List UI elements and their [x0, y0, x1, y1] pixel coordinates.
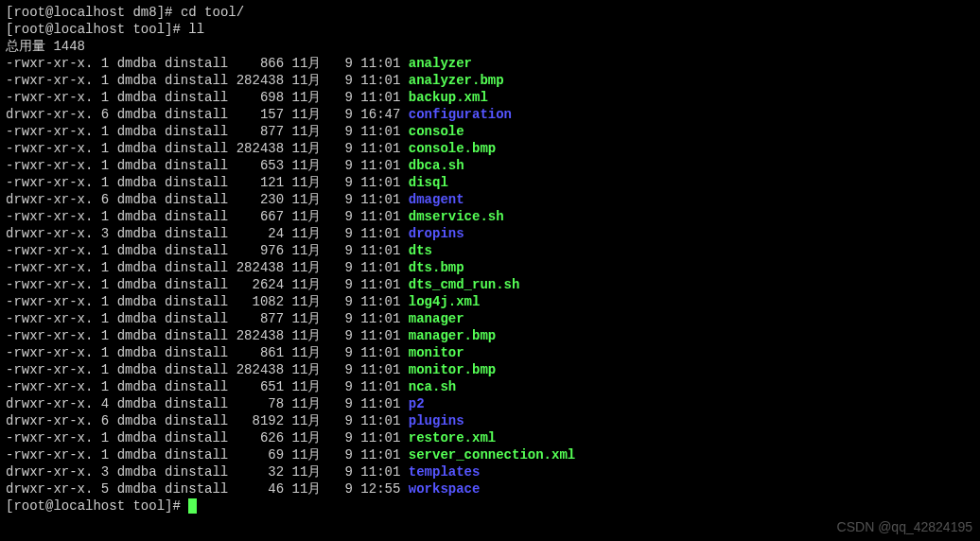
file-size: 653	[236, 158, 284, 173]
file-day: 9	[337, 311, 353, 326]
file-perms: drwxr-xr-x.	[6, 106, 93, 123]
file-month: 11月	[292, 277, 322, 292]
file-links: 1	[101, 294, 109, 309]
file-name: dropins	[409, 226, 464, 241]
file-time: 11:01	[360, 430, 400, 445]
file-name: analyzer	[409, 56, 472, 71]
file-group: dinstall	[165, 328, 228, 343]
list-item: -rwxr-xr-x. 1 dmdba dinstall 877 11月 9 1…	[6, 310, 974, 327]
file-perms: -rwxr-xr-x.	[6, 276, 93, 293]
file-day: 9	[337, 90, 353, 105]
list-item: -rwxr-xr-x. 1 dmdba dinstall 282438 11月 …	[6, 140, 974, 157]
file-size: 282438	[236, 328, 284, 343]
file-perms: -rwxr-xr-x.	[6, 157, 93, 174]
file-month: 11月	[292, 243, 322, 258]
file-day: 9	[337, 396, 353, 411]
file-size: 282438	[236, 362, 284, 377]
file-time: 11:01	[360, 158, 400, 173]
file-links: 1	[101, 124, 109, 139]
file-day: 9	[337, 141, 353, 156]
file-perms: -rwxr-xr-x.	[6, 174, 93, 191]
prompt-cwd: tool	[132, 498, 165, 514]
file-name: monitor	[409, 345, 464, 360]
file-size: 698	[236, 90, 284, 105]
file-size: 157	[236, 107, 284, 122]
prompt-line-3[interactable]: [root@localhost tool]#	[6, 497, 974, 515]
file-month: 11月	[292, 413, 322, 428]
file-size: 24	[236, 226, 284, 241]
file-perms: drwxr-xr-x.	[6, 480, 93, 497]
list-item: drwxr-xr-x. 4 dmdba dinstall 78 11月 9 11…	[6, 395, 974, 412]
file-group: dinstall	[165, 396, 228, 411]
file-time: 11:01	[360, 209, 400, 224]
file-owner: dmdba	[117, 141, 157, 156]
file-perms: -rwxr-xr-x.	[6, 242, 93, 259]
file-name: dbca.sh	[409, 158, 464, 173]
file-links: 1	[101, 311, 109, 326]
file-links: 1	[101, 175, 109, 190]
file-month: 11月	[292, 141, 322, 156]
file-owner: dmdba	[117, 362, 157, 377]
file-month: 11月	[292, 90, 322, 105]
file-time: 11:01	[360, 192, 400, 207]
list-item: -rwxr-xr-x. 1 dmdba dinstall 877 11月 9 1…	[6, 123, 974, 140]
file-owner: dmdba	[117, 243, 157, 258]
list-item: -rwxr-xr-x. 1 dmdba dinstall 121 11月 9 1…	[6, 174, 974, 191]
file-name: dts.bmp	[409, 260, 464, 275]
file-day: 9	[337, 481, 353, 497]
file-links: 1	[101, 243, 109, 258]
file-name: disql	[409, 175, 448, 190]
file-links: 1	[101, 73, 109, 88]
file-perms: -rwxr-xr-x.	[6, 344, 93, 361]
prompt-host: localhost	[53, 22, 125, 37]
file-perms: -rwxr-xr-x.	[6, 259, 93, 276]
file-perms: -rwxr-xr-x.	[6, 327, 93, 344]
file-day: 9	[337, 294, 353, 309]
file-day: 9	[337, 464, 353, 480]
file-group: dinstall	[165, 124, 228, 139]
file-name: console.bmp	[409, 141, 496, 156]
file-size: 8192	[236, 413, 284, 428]
file-owner: dmdba	[117, 277, 157, 292]
file-owner: dmdba	[117, 90, 157, 105]
command-text: ll	[188, 22, 204, 37]
file-name: plugins	[409, 413, 464, 428]
file-day: 9	[337, 260, 353, 275]
list-item: -rwxr-xr-x. 1 dmdba dinstall 2624 11月 9 …	[6, 276, 974, 293]
file-owner: dmdba	[117, 447, 157, 462]
file-day: 9	[337, 209, 353, 224]
file-name: dmservice.sh	[409, 209, 504, 224]
file-owner: dmdba	[117, 379, 157, 394]
file-month: 11月	[292, 192, 322, 207]
file-day: 9	[337, 243, 353, 258]
list-item: drwxr-xr-x. 6 dmdba dinstall 8192 11月 9 …	[6, 412, 974, 429]
file-day: 9	[337, 345, 353, 360]
file-size: 667	[236, 209, 284, 224]
file-links: 6	[101, 107, 109, 122]
file-month: 11月	[292, 226, 322, 241]
command-text: cd tool/	[181, 5, 244, 20]
terminal-cursor[interactable]	[188, 498, 197, 514]
file-links: 1	[101, 345, 109, 360]
file-perms: -rwxr-xr-x.	[6, 378, 93, 395]
file-month: 11月	[292, 311, 322, 326]
file-links: 3	[101, 226, 109, 241]
file-month: 11月	[292, 124, 322, 139]
file-links: 6	[101, 413, 109, 428]
file-perms: drwxr-xr-x.	[6, 395, 93, 412]
file-group: dinstall	[165, 447, 228, 462]
file-day: 9	[337, 379, 353, 394]
file-name: monitor.bmp	[409, 362, 496, 377]
file-month: 11月	[292, 56, 322, 71]
file-links: 1	[101, 209, 109, 224]
file-size: 866	[236, 56, 284, 71]
file-listing: -rwxr-xr-x. 1 dmdba dinstall 866 11月 9 1…	[6, 55, 974, 497]
file-group: dinstall	[165, 345, 228, 360]
file-month: 11月	[292, 464, 322, 480]
file-size: 877	[236, 124, 284, 139]
file-time: 11:01	[360, 175, 400, 190]
file-day: 9	[337, 226, 353, 241]
file-time: 11:01	[360, 328, 400, 343]
list-item: -rwxr-xr-x. 1 dmdba dinstall 282438 11月 …	[6, 72, 974, 89]
file-group: dinstall	[165, 90, 228, 105]
